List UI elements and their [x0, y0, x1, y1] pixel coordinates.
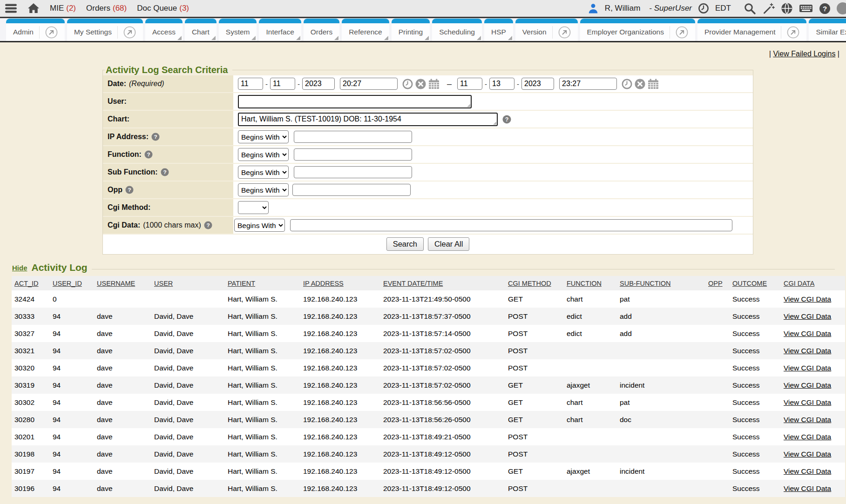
view-cgi-data-link[interactable]: View CGI Data — [784, 381, 831, 389]
sort-link[interactable]: CGI METHOD — [508, 280, 551, 287]
ip-address-input[interactable] — [294, 131, 412, 143]
nav-item-doc-queue[interactable]: Doc Queue (3) — [137, 4, 189, 13]
view-cgi-data-link[interactable]: View CGI Data — [784, 450, 831, 458]
opp-operator-select[interactable]: Begins With — [238, 183, 289, 196]
view-cgi-data-link[interactable]: View CGI Data — [784, 467, 831, 475]
clear-date-icon[interactable] — [415, 79, 426, 89]
search-icon[interactable] — [744, 2, 756, 15]
user-input[interactable] — [238, 95, 472, 108]
ip-address-operator-select[interactable]: Begins With — [238, 130, 289, 143]
cell-ip-address: 192.168.240.123 — [300, 411, 380, 428]
hamburger-menu-icon[interactable] — [5, 3, 17, 13]
tab-hsp[interactable]: HSP — [484, 19, 513, 41]
view-cgi-data-link[interactable]: View CGI Data — [784, 416, 831, 423]
globe-icon[interactable] — [781, 2, 793, 14]
table-row: 3020194daveDavid, DaveHart, William S.19… — [12, 428, 845, 445]
calendar-icon[interactable] — [428, 79, 440, 89]
cgi-method-select[interactable] — [238, 201, 269, 214]
tab-orders[interactable]: Orders — [304, 19, 339, 41]
chart-input[interactable] — [238, 113, 498, 126]
sort-link[interactable]: IP ADDRESS — [303, 280, 344, 287]
table-row: 3032794daveDavid, DaveHart, William S.19… — [12, 325, 845, 342]
sort-link[interactable]: SUB-FUNCTION — [620, 280, 671, 287]
clear-date-icon[interactable] — [635, 79, 645, 89]
nav-item-mie[interactable]: MIE (2) — [50, 4, 76, 13]
sort-link[interactable]: ACT_ID — [14, 280, 39, 287]
tab-employer-organizations[interactable]: Employer Organizations — [580, 19, 695, 41]
cell-opp — [705, 411, 730, 428]
function-input[interactable] — [294, 148, 412, 161]
sort-link[interactable]: OPP — [708, 280, 723, 287]
cell-act-id: 30197 — [12, 463, 50, 480]
opp-input[interactable] — [292, 184, 411, 196]
time-from-input[interactable] — [340, 78, 398, 90]
tab-printing[interactable]: Printing — [392, 19, 430, 41]
sort-link[interactable]: CGI DATA — [784, 280, 814, 287]
date-from-year-input[interactable] — [302, 78, 335, 90]
wand-icon[interactable] — [762, 2, 775, 15]
sort-link[interactable]: USER_ID — [53, 280, 82, 287]
function-help-icon[interactable]: ? — [144, 150, 153, 159]
clock-icon[interactable] — [698, 3, 709, 14]
view-cgi-data-link[interactable]: View CGI Data — [784, 433, 831, 441]
sort-link[interactable]: USER — [154, 280, 173, 287]
date-to-year-input[interactable] — [521, 78, 554, 90]
tab-reference[interactable]: Reference — [342, 19, 389, 41]
view-cgi-data-link[interactable]: View CGI Data — [784, 398, 831, 406]
time-to-input[interactable] — [559, 78, 617, 90]
external-link-icon[interactable] — [670, 26, 688, 39]
sort-link[interactable]: EVENT DATE/TIME — [383, 280, 443, 287]
sub-function-help-icon[interactable]: ? — [161, 168, 169, 176]
view-cgi-data-link[interactable]: View CGI Data — [784, 484, 831, 492]
view-cgi-data-link[interactable]: View CGI Data — [784, 295, 831, 303]
tab-system[interactable]: System — [219, 19, 257, 41]
date-from-day-input[interactable] — [270, 78, 295, 90]
tab-chart[interactable]: Chart — [185, 19, 217, 41]
tab-scheduling[interactable]: Scheduling — [432, 19, 482, 41]
view-cgi-data-link[interactable]: View CGI Data — [784, 312, 831, 320]
clear-all-button[interactable]: Clear All — [428, 237, 469, 251]
date-to-day-input[interactable] — [489, 78, 514, 90]
cgi-data-input[interactable] — [290, 219, 732, 231]
nav-item-orders[interactable]: Orders (68) — [86, 4, 127, 13]
function-operator-select[interactable]: Begins With — [238, 148, 289, 161]
tab-similar-exposu[interactable]: Similar Exposu — [809, 19, 846, 41]
tab-my-settings[interactable]: My Settings — [67, 19, 143, 41]
tab-provider-management[interactable]: Provider Management — [697, 19, 807, 41]
user-name[interactable]: R, William — [605, 4, 641, 13]
tab-access[interactable]: Access — [145, 19, 183, 41]
ip-address-help-icon[interactable]: ? — [151, 133, 160, 141]
search-button[interactable]: Search — [386, 237, 424, 251]
external-link-icon[interactable] — [117, 26, 136, 39]
sub-function-operator-select[interactable]: Begins With — [238, 166, 289, 179]
opp-help-icon[interactable]: ? — [125, 186, 134, 194]
cgi-data-help-icon[interactable]: ? — [204, 221, 212, 229]
view-cgi-data-link[interactable]: View CGI Data — [784, 364, 831, 372]
view-cgi-data-link[interactable]: View CGI Data — [784, 329, 831, 337]
tab-admin[interactable]: Admin — [6, 19, 65, 41]
help-icon[interactable]: ? — [819, 3, 831, 14]
external-link-icon[interactable] — [552, 26, 571, 39]
time-picker-icon[interactable] — [622, 79, 632, 89]
external-link-icon[interactable] — [39, 26, 58, 39]
sort-link[interactable]: USERNAME — [97, 280, 135, 287]
external-link-icon[interactable] — [781, 26, 799, 39]
sub-function-input[interactable] — [294, 166, 412, 178]
home-icon[interactable] — [27, 3, 40, 14]
sort-link[interactable]: OUTCOME — [732, 280, 767, 287]
chart-help-icon[interactable]: ? — [502, 115, 511, 124]
tab-interface[interactable]: Interface — [259, 19, 301, 41]
date-from-month-input[interactable] — [238, 78, 263, 90]
keyboard-icon[interactable] — [799, 3, 813, 13]
sort-link[interactable]: FUNCTION — [567, 280, 602, 287]
view-failed-logins-link[interactable]: View Failed Logins — [773, 50, 835, 58]
time-picker-icon[interactable] — [402, 79, 413, 89]
sort-link[interactable]: PATIENT — [228, 280, 255, 287]
cgi-data-operator-select[interactable]: Begins With — [234, 219, 285, 232]
hide-link[interactable]: Hide — [12, 264, 27, 272]
calendar-icon[interactable] — [648, 79, 659, 89]
dropdown-corner-icon — [334, 36, 338, 40]
date-to-month-input[interactable] — [457, 78, 482, 90]
view-cgi-data-link[interactable]: View CGI Data — [784, 347, 831, 355]
tab-version[interactable]: Version — [515, 19, 578, 41]
